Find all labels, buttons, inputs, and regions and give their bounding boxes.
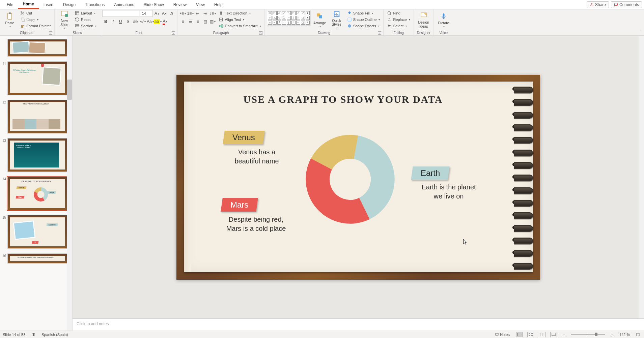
tab-animations[interactable]: Animations (109, 1, 139, 9)
tab-view[interactable]: View (191, 1, 209, 9)
align-right-button[interactable]: ≡ (194, 18, 201, 25)
bold-button[interactable]: B (102, 18, 109, 25)
shape-outline-button[interactable]: Shape Outline (346, 17, 382, 23)
columns-button[interactable]: ▥ (209, 18, 216, 25)
shadow-button[interactable]: S (124, 18, 131, 25)
font-dialog-launcher[interactable]: ↘ (172, 31, 175, 35)
tab-home[interactable]: Home (18, 0, 38, 9)
reading-view-button[interactable] (539, 332, 545, 337)
shape-fill-button[interactable]: Shape Fill (346, 10, 382, 16)
earth-tape-label[interactable]: Earth (411, 166, 450, 180)
collapse-ribbon-button[interactable]: ˄ (638, 29, 643, 34)
thumbnail-pane[interactable]: 11 A Picture Always Reinforces the Conce… (0, 36, 73, 331)
venus-tape-label[interactable]: Venus (223, 131, 264, 144)
thumbs-scrollbar[interactable] (67, 36, 72, 331)
increase-font-button[interactable]: A▲ (153, 10, 160, 17)
zoom-out-button[interactable]: − (562, 333, 566, 337)
bullets-button[interactable]: •≡ (179, 10, 186, 17)
clear-formatting-button[interactable]: A̷ (168, 10, 175, 17)
normal-view-button[interactable] (516, 332, 523, 337)
decrease-font-button[interactable]: A▼ (161, 10, 168, 17)
thumbnail-slide[interactable]: A Picture Always Reinforces the Concept (7, 61, 67, 95)
zoom-slider[interactable] (571, 334, 605, 335)
text-direction-button[interactable]: Text Direction (217, 10, 262, 16)
char-spacing-button[interactable]: AV (139, 18, 146, 25)
slideshow-view-button[interactable] (550, 332, 557, 337)
section-button[interactable]: Section (74, 23, 98, 29)
layout-button[interactable]: Layout (74, 10, 98, 16)
thumbnail-slide[interactable]: INFOGRAPHICS MAKE YOUR IDEA UNDERSTANDAB… (7, 253, 67, 264)
paste-button[interactable]: Paste (2, 10, 18, 30)
venus-description[interactable]: Venus has a beautiful name (220, 148, 294, 166)
shape-effects-button[interactable]: Shape Effects (346, 23, 382, 29)
earth-description[interactable]: Earth is the planet we live on (410, 183, 487, 201)
dictate-button[interactable]: Dictate (436, 10, 451, 30)
tab-file[interactable]: File (2, 1, 18, 9)
thumbnail-slide-current[interactable]: USE A GRAPH TO SHOW YOUR DATA Venus Mars… (7, 177, 67, 210)
align-text-button[interactable]: Align Text (217, 17, 262, 23)
cut-button[interactable]: Cut (19, 10, 52, 16)
zoom-level[interactable]: 142 % (619, 333, 630, 337)
replace-button[interactable]: Replace (386, 17, 411, 23)
slide-canvas[interactable]: USE A GRAPH TO SHOW YOUR DATA Venus (176, 75, 540, 280)
font-color-button[interactable]: A (162, 18, 168, 25)
tab-design[interactable]: Design (58, 1, 80, 9)
mars-description[interactable]: Despite being red, Mars is a cold place (212, 215, 300, 233)
font-size-input[interactable] (140, 10, 153, 17)
strike-button[interactable]: ab (132, 18, 139, 25)
thumbnail-slide[interactable]: Company 02 (7, 215, 67, 249)
language-status[interactable]: Spanish (Spain) (41, 333, 68, 337)
tab-insert[interactable]: Insert (39, 1, 58, 9)
find-button[interactable]: Find (386, 10, 411, 16)
underline-button[interactable]: U (117, 18, 124, 25)
thumbnail-slide[interactable]: A Picture is Worth aThousand Words (7, 138, 67, 172)
zoom-in-button[interactable]: + (610, 333, 614, 337)
notes-toggle[interactable]: Notes (494, 333, 511, 337)
drawing-dialog-launcher[interactable]: ↘ (378, 31, 381, 35)
numbering-button[interactable]: 1≡ (187, 10, 194, 17)
thumbnail-slide[interactable]: WHAT ABOUT FOUR COLUMNS? (7, 100, 67, 133)
spellcheck-button[interactable] (30, 333, 37, 337)
donut-chart[interactable] (305, 134, 396, 225)
arrange-button[interactable]: Arrange (312, 10, 328, 30)
notes-pane[interactable]: Click to add notes (73, 318, 644, 331)
tab-slideshow[interactable]: Slide Show (139, 1, 169, 9)
italic-button[interactable]: I (110, 18, 116, 25)
highlight-button[interactable]: ab (154, 18, 161, 25)
shapes-gallery[interactable]: ▭◻▱／＼◻△↗▲ ○△◇⬠↔⇧⇩◻▾ ↘↙⤴{}☆✧◻≡ (267, 10, 311, 26)
font-name-input[interactable] (102, 10, 139, 17)
copy-button[interactable]: Copy (19, 17, 52, 23)
arrange-icon (315, 12, 324, 21)
justify-button[interactable]: ▤ (202, 18, 208, 25)
editor-scrollbar[interactable] (639, 36, 644, 318)
svg-rect-34 (529, 335, 530, 336)
slide-title[interactable]: USE A GRAPH TO SHOW YOUR DATA (176, 94, 510, 105)
paragraph-dialog-launcher[interactable]: ↘ (259, 31, 262, 35)
line-spacing-button[interactable]: ↕≡ (209, 10, 216, 17)
share-button[interactable]: Share (587, 1, 609, 8)
thumbnail-slide[interactable] (7, 39, 67, 57)
format-painter-button[interactable]: Format Painter (19, 23, 52, 29)
tab-transitions[interactable]: Transitions (80, 1, 109, 9)
mars-tape-label[interactable]: Mars (221, 198, 258, 212)
sorter-view-button[interactable] (527, 332, 534, 337)
comments-button[interactable]: Comments (611, 1, 642, 8)
quick-styles-button[interactable]: Abc Quick Styles (329, 10, 344, 30)
tab-help[interactable]: Help (209, 1, 227, 9)
increase-indent-button[interactable]: ⇥ (202, 10, 208, 17)
thumbs-scroll-handle[interactable] (67, 80, 72, 100)
reset-button[interactable]: Reset (74, 17, 98, 23)
align-center-button[interactable]: ☰ (187, 18, 194, 25)
tab-review[interactable]: Review (169, 1, 191, 9)
change-case-button[interactable]: Aa (147, 18, 153, 25)
design-ideas-button[interactable]: Design Ideas (416, 10, 431, 30)
smartart-button[interactable]: Convert to SmartArt (217, 23, 262, 29)
menu-bar: File Home Insert Design Transitions Anim… (0, 0, 644, 9)
select-button[interactable]: Select (386, 23, 411, 29)
align-left-button[interactable]: ≡ (179, 18, 186, 25)
zoom-handle[interactable] (595, 333, 597, 336)
fit-to-window-button[interactable] (635, 333, 641, 337)
new-slide-button[interactable]: New Slide (57, 10, 72, 30)
decrease-indent-button[interactable]: ⇤ (194, 10, 201, 17)
clipboard-dialog-launcher[interactable]: ↘ (49, 31, 52, 35)
